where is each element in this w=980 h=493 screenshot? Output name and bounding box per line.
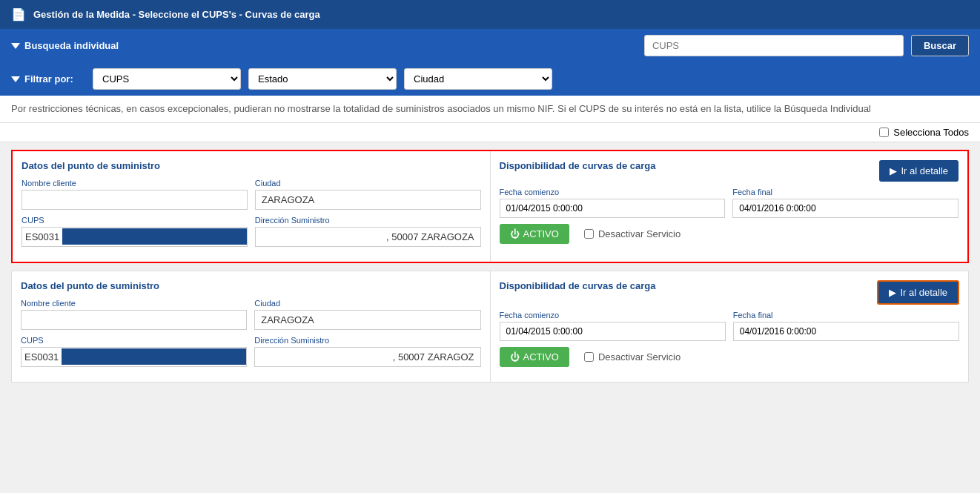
card-1-desactivar-checkbox[interactable] [584,229,594,239]
card-1-fecha-final-group: Fecha final [732,188,959,218]
card-2-ciudad-label: Ciudad [254,299,480,308]
ciudad-filter-select[interactable]: Ciudad [404,68,552,90]
search-label-text: Busqueda individual [24,40,119,51]
card-1-direccion-label: Dirección Suministro [255,216,481,225]
card-2-row-1: Nombre cliente Ciudad [21,299,481,330]
card-2-activo-button[interactable]: ⏻ ACTIVO [500,347,569,367]
card-2-cups-highlight [62,348,246,365]
card-2-direccion-input[interactable] [254,347,480,367]
card-1-fecha-comienzo-input[interactable] [500,199,726,218]
card-1-activo-button[interactable]: ⏻ ACTIVO [500,224,569,244]
card-2-right-header: Disponibilidad de curvas de carga ▶ Ir a… [500,280,960,305]
card-2-desactivar-label: Desactivar Servicio [598,351,681,363]
card-2-detail-button[interactable]: ▶ Ir al detalle [877,280,959,305]
filter-icon [11,43,20,49]
search-button[interactable]: Buscar [911,35,969,56]
card-1-ciudad-input[interactable] [255,190,481,210]
select-all-checkbox[interactable] [879,128,889,137]
title-bar: 📄 Gestión de la Medida - Seleccione el C… [0,0,980,29]
card-2-cups-prefix: ES0031 [21,348,62,366]
detail-icon-1: ▶ [890,165,897,176]
card-1-row-1: Nombre cliente Ciudad [21,179,481,210]
filter-bar-label: Filtrar por: [11,73,85,85]
detail-icon-2: ▶ [889,287,896,298]
main-content: Datos del punto de suministro Nombre cli… [0,142,980,397]
document-icon: 📄 [11,7,26,21]
card-2-left: Datos del punto de suministro Nombre cli… [12,271,491,382]
card-1-cups-prefix: ES0031 [22,228,62,246]
card-2-direccion-group: Dirección Suministro [254,336,480,367]
card-2-desactivar-row: Desactivar Servicio [584,351,681,363]
select-all-label: Selecciona Todos [893,127,969,138]
card-1-activo-label: ACTIVO [523,228,559,239]
search-bar: Busqueda individual Buscar [0,29,980,62]
card-2-section-title: Datos del punto de suministro [21,280,481,291]
card-2-direccion-label: Dirección Suministro [254,336,480,345]
card-1-cups-field: ES0031 [21,227,248,247]
power-icon-1: ⏻ [510,228,520,239]
card-2-fecha-comienzo-input[interactable] [500,322,726,341]
card-1-fecha-final-input[interactable] [732,199,959,218]
card-1-section-title: Datos del punto de suministro [21,160,481,171]
card-1-direccion-input[interactable] [255,227,481,247]
card-2-right: Disponibilidad de curvas de carga ▶ Ir a… [491,271,969,382]
card-2-dates-row: Fecha comienzo Fecha final [500,311,960,341]
supply-card-1: Datos del punto de suministro Nombre cli… [11,150,969,263]
card-2-cups-field: ES0031 [21,347,247,367]
info-text-bar: Por restricciones técnicas, en casos exc… [0,96,980,123]
card-1-detail-button[interactable]: ▶ Ir al detalle [879,160,959,182]
card-2-fecha-final-label: Fecha final [733,311,959,320]
estado-filter-select[interactable]: Estado [248,68,397,90]
card-1-row-2: CUPS ES0031 Dirección Suministro [21,216,481,247]
supply-card-2: Datos del punto de suministro Nombre cli… [11,271,969,383]
card-2-nombre-input[interactable] [21,310,247,330]
card-2-fecha-final-group: Fecha final [733,311,959,341]
card-1-right: Disponibilidad de curvas de carga ▶ Ir a… [491,151,968,262]
card-1-cups-group: CUPS ES0031 [21,216,248,247]
card-2-status-row: ⏻ ACTIVO Desactivar Servicio [500,347,960,367]
card-2-cups-group: CUPS ES0031 [21,336,247,367]
card-1-nombre-group: Nombre cliente [21,179,248,210]
card-2-row-2: CUPS ES0031 Dirección Suministro [21,336,481,367]
card-2-cups-label: CUPS [21,336,247,345]
card-1-nombre-label: Nombre cliente [21,179,248,188]
card-1-ciudad-group: Ciudad [255,179,481,210]
card-1-fecha-final-label: Fecha final [732,188,959,196]
card-1-fecha-comienzo-group: Fecha comienzo [500,188,726,218]
title-text: Gestión de la Medida - Seleccione el CUP… [33,9,320,20]
card-1-left: Datos del punto de suministro Nombre cli… [13,151,491,262]
select-all-row: Selecciona Todos [0,123,980,142]
card-1-cups-highlight [62,228,246,245]
card-1-cups-label: CUPS [21,216,248,225]
card-1-ciudad-label: Ciudad [255,179,481,188]
filter-icon-2 [11,76,20,82]
card-1-dates-row: Fecha comienzo Fecha final [500,188,959,218]
card-2-nombre-label: Nombre cliente [21,299,247,308]
card-2-detail-label: Ir al detalle [900,287,947,298]
card-1-direccion-group: Dirección Suministro [255,216,481,247]
power-icon-2: ⏻ [510,351,520,363]
filter-label-text: Filtrar por: [24,73,73,85]
card-2-activo-label: ACTIVO [523,351,559,363]
card-2-right-section-title: Disponibilidad de curvas de carga [500,280,656,291]
card-2-ciudad-group: Ciudad [254,299,480,330]
card-1-desactivar-label: Desactivar Servicio [598,228,681,239]
card-2-fecha-final-input[interactable] [733,322,959,341]
card-1-right-header: Disponibilidad de curvas de carga ▶ Ir a… [500,160,959,182]
cups-filter-select[interactable]: CUPS [93,68,241,90]
card-1-fecha-comienzo-label: Fecha comienzo [500,188,726,196]
search-bar-label: Busqueda individual [11,40,637,51]
card-1-desactivar-row: Desactivar Servicio [584,228,681,239]
card-1-nombre-input[interactable] [21,190,248,210]
search-input[interactable] [644,35,904,56]
card-2-fecha-comienzo-group: Fecha comienzo [500,311,726,341]
card-1-detail-label: Ir al detalle [901,165,948,176]
card-1-right-section-title: Disponibilidad de curvas de carga [500,160,656,171]
card-1-status-row: ⏻ ACTIVO Desactivar Servicio [500,224,959,244]
card-2-nombre-group: Nombre cliente [21,299,247,330]
card-2-desactivar-checkbox[interactable] [584,352,594,362]
filter-bar: Filtrar por: CUPS Estado Ciudad [0,62,980,96]
card-2-ciudad-input[interactable] [254,310,480,330]
info-text-content: Por restricciones técnicas, en casos exc… [11,103,871,114]
card-2-fecha-comienzo-label: Fecha comienzo [500,311,726,320]
